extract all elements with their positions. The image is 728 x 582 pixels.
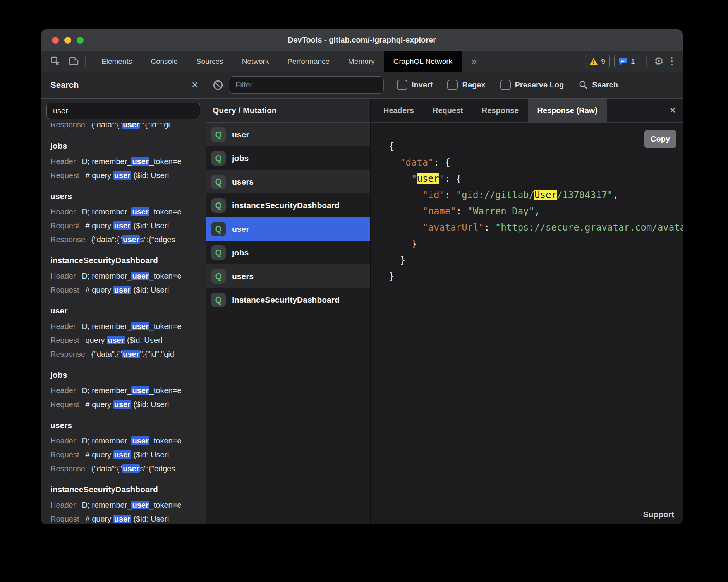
search-input[interactable]: [46, 103, 200, 119]
checkbox-invert[interactable]: [397, 80, 407, 90]
search-match-highlight: user: [113, 400, 131, 409]
result-row-header[interactable]: HeaderD; remember_user_token=e: [50, 319, 206, 333]
search-panel: Search × Response{"data":{"user":{"id":"…: [41, 72, 206, 524]
query-item-jobs[interactable]: Qjobs: [206, 241, 370, 264]
response-tab-headers[interactable]: Headers: [374, 99, 423, 122]
toolbar-search[interactable]: Search: [579, 80, 618, 90]
query-item-label: instanceSecurityDashboard: [232, 295, 340, 305]
result-row-request[interactable]: Requestquery user ($id: UserI: [50, 333, 206, 347]
result-row-label: Request: [50, 171, 79, 180]
tab-console[interactable]: Console: [141, 51, 187, 72]
tab-elements[interactable]: Elements: [92, 51, 141, 72]
json-token: }: [400, 255, 405, 265]
result-row-request[interactable]: Request# query user ($id: UserI: [50, 168, 206, 182]
json-line: }: [389, 236, 683, 252]
search-match-highlight: user: [131, 322, 149, 330]
tab-network[interactable]: Network: [233, 51, 278, 72]
query-item-instancesecuritydashboard[interactable]: QinstanceSecurityDashboard: [206, 288, 370, 312]
network-toolbar: InvertRegexPreserve Log Search: [206, 72, 683, 99]
settings-gear-icon[interactable]: ⚙: [654, 56, 664, 67]
query-item-jobs[interactable]: Qjobs: [206, 146, 370, 170]
checkbox-preserve-log[interactable]: [500, 80, 511, 90]
tab-memory[interactable]: Memory: [339, 51, 384, 72]
result-row-response[interactable]: Response{"data":{"users":{"edges: [50, 462, 206, 476]
result-text: # query: [86, 171, 113, 180]
result-group-title[interactable]: instanceSecurityDashboard: [50, 485, 206, 494]
result-group-title[interactable]: jobs: [50, 370, 206, 380]
search-results: Response{"data":{"user":{"id":"gijobsHea…: [41, 123, 206, 524]
tab-graphql-network[interactable]: GraphQL Network: [384, 51, 462, 72]
result-row-label: Request: [50, 515, 79, 523]
query-item-users[interactable]: Qusers: [206, 170, 370, 193]
checkbox-group-invert[interactable]: Invert: [397, 80, 433, 90]
result-row-response[interactable]: Response{"data":{"users":{"edges: [50, 233, 206, 246]
result-group-title[interactable]: instanceSecurityDashboard: [50, 256, 206, 265]
result-row-response[interactable]: Response{"data":{"user":{"id":"gid: [50, 347, 206, 361]
query-list: QuserQjobsQusersQinstanceSecurityDashboa…: [206, 123, 370, 312]
result-text: D; remember_: [82, 436, 132, 445]
kebab-menu-icon[interactable]: [669, 57, 675, 66]
result-row-header[interactable]: HeaderD; remember_user_token=e: [50, 434, 206, 448]
query-item-user[interactable]: Quser: [206, 217, 370, 241]
result-row-header[interactable]: HeaderD; remember_user_token=e: [50, 269, 206, 283]
json-line: "avatarUrl": "https://secure.gravatar.co…: [389, 219, 683, 236]
response-json: {"data": {"user": {"id": "gid://gitlab/U…: [371, 123, 683, 284]
json-token: ,: [534, 206, 540, 217]
result-text: D; remember_: [82, 272, 132, 280]
checkbox-regex[interactable]: [447, 80, 458, 90]
tab-performance[interactable]: Performance: [278, 51, 339, 72]
result-group-title[interactable]: jobs: [50, 141, 206, 151]
json-token: "https://secure.gravatar.com/avatar: [495, 222, 683, 233]
result-row-label: Request: [50, 286, 79, 294]
checkbox-group-preserve-log[interactable]: Preserve Log: [500, 80, 564, 90]
query-type-icon: Q: [211, 222, 226, 236]
device-toolbar-icon[interactable]: [69, 56, 79, 67]
query-item-user[interactable]: Quser: [206, 123, 370, 146]
result-row-label: Request: [50, 450, 79, 459]
response-tab-request[interactable]: Request: [423, 99, 472, 122]
result-row-response[interactable]: Response{"data":{"user":{"id":"gi: [50, 123, 206, 132]
tab-sources[interactable]: Sources: [187, 51, 233, 72]
result-row-request[interactable]: Request# query user ($id: UserI: [50, 283, 206, 297]
copy-button[interactable]: Copy: [644, 130, 676, 148]
main-tabs: ElementsConsoleSourcesNetworkPerformance…: [92, 51, 462, 72]
screen-background: DevTools - gitlab.com/-/graphql-explorer: [0, 0, 728, 582]
result-group-title[interactable]: users: [50, 421, 206, 430]
result-row-request[interactable]: Request# query user ($id: UserI: [50, 397, 206, 411]
close-response-icon[interactable]: ×: [670, 105, 676, 116]
response-tab-response-raw[interactable]: Response (Raw): [528, 99, 607, 122]
result-text: ":{"id":"gid: [140, 350, 174, 358]
toolbar-search-label: Search: [592, 80, 618, 89]
result-group-title[interactable]: user: [50, 306, 206, 315]
query-item-users[interactable]: Qusers: [206, 264, 370, 288]
support-link[interactable]: Support: [643, 510, 674, 519]
result-row-request[interactable]: Request# query user ($id: UserI: [50, 448, 206, 462]
clear-block-icon[interactable]: [213, 80, 223, 91]
result-row-header[interactable]: HeaderD; remember_user_token=e: [50, 205, 206, 219]
close-search-icon[interactable]: ×: [192, 80, 198, 90]
json-token: "gid://gitlab/: [456, 190, 534, 200]
minimize-window-button[interactable]: [64, 37, 71, 44]
checkbox-group-regex[interactable]: Regex: [447, 80, 485, 90]
inspect-element-icon[interactable]: [50, 56, 61, 67]
query-type-icon: Q: [211, 151, 226, 166]
result-text: _token=e: [149, 207, 182, 216]
message-bubble-icon: [618, 57, 628, 66]
result-row-header[interactable]: HeaderD; remember_user_token=e: [50, 383, 206, 397]
result-row-request[interactable]: Request# query user ($id: UserI: [50, 512, 206, 524]
response-tab-response[interactable]: Response: [472, 99, 528, 122]
close-window-button[interactable]: [52, 37, 59, 44]
result-text: ($id: UserI: [131, 286, 169, 294]
result-text: _token=e: [149, 501, 182, 509]
more-tabs-icon[interactable]: »: [462, 51, 487, 72]
warnings-badge[interactable]: 9: [585, 55, 610, 68]
filter-input[interactable]: [229, 76, 384, 94]
query-item-instancesecuritydashboard[interactable]: QinstanceSecurityDashboard: [206, 193, 370, 217]
result-row-label: Header: [50, 157, 76, 166]
result-group-title[interactable]: users: [50, 192, 206, 201]
zoom-window-button[interactable]: [77, 37, 84, 44]
result-row-header[interactable]: HeaderD; remember_user_token=e: [50, 498, 206, 512]
result-row-header[interactable]: HeaderD; remember_user_token=e: [50, 154, 206, 168]
result-row-request[interactable]: Request# query user ($id: UserI: [50, 219, 206, 233]
messages-badge[interactable]: 1: [614, 55, 639, 68]
